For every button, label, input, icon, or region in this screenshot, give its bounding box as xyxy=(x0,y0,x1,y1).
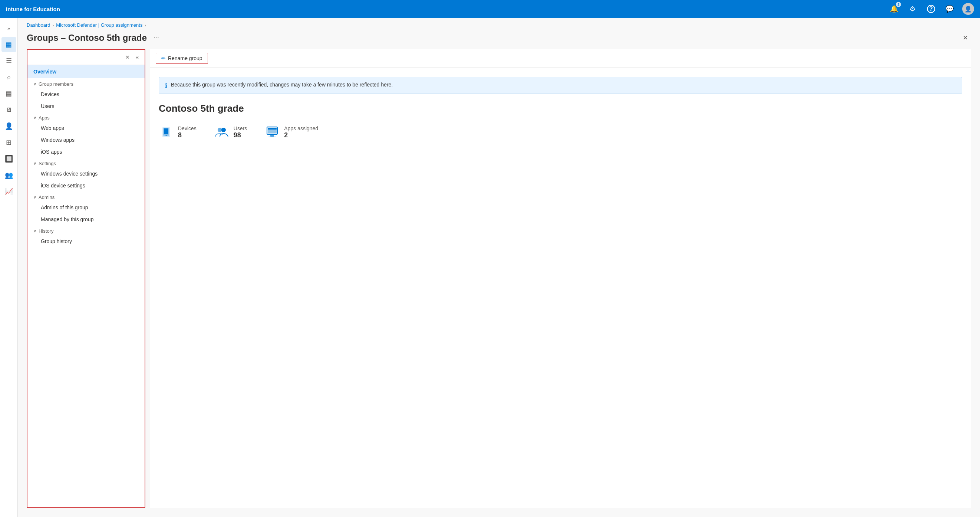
page-header: Groups – Contoso 5th grade ··· ✕ xyxy=(27,29,971,49)
nav-section-history[interactable]: ∨ History xyxy=(27,225,145,235)
notification-button[interactable]: 🔔 2 xyxy=(888,3,900,15)
svg-rect-11 xyxy=(269,137,276,137)
phone-icon-svg xyxy=(159,126,173,139)
chevron-right-icon: » xyxy=(7,26,10,31)
nav-child-ios-device-settings[interactable]: iOS device settings xyxy=(27,180,145,191)
nav-child-managed-by-this-group[interactable]: Managed by this group xyxy=(27,214,145,225)
chevron-down-icon-5: ∨ xyxy=(33,229,37,233)
section-label-admins: Admins xyxy=(38,195,54,200)
panel-controls: ✕ « xyxy=(27,50,145,65)
content-area: Dashboard › Microsoft Defender | Group a… xyxy=(18,18,980,517)
nav-section-group-members[interactable]: ∨ Group members xyxy=(27,78,145,88)
nav-section-settings[interactable]: ∨ Settings xyxy=(27,158,145,168)
breadcrumb: Dashboard › Microsoft Defender | Group a… xyxy=(27,18,971,29)
nav-child-users[interactable]: Users xyxy=(27,100,145,112)
topbar-icons: 🔔 2 ⚙ ? 💬 👤 xyxy=(888,3,974,15)
sidebar-item-dashboard[interactable]: ▦ xyxy=(2,37,16,52)
chevron-down-icon-2: ∨ xyxy=(33,115,37,120)
sidebar-item-settings[interactable]: 🔲 xyxy=(2,152,16,166)
admin-icon: 👥 xyxy=(5,171,13,179)
feedback-icon: 💬 xyxy=(945,5,954,13)
nav-section-admins[interactable]: ∨ Admins xyxy=(27,191,145,201)
users-stat-value: 98 xyxy=(234,131,247,139)
info-icon: ℹ xyxy=(165,82,167,89)
sidebar-expand-btn[interactable]: » xyxy=(2,21,16,36)
list-icon: ☰ xyxy=(6,57,12,65)
apps-stat-icon xyxy=(265,125,280,140)
main-content: ℹ Because this group was recently modifi… xyxy=(150,68,971,508)
icon-sidebar: » ▦ ☰ ⌕ ▤ 🖥 👤 ⊞ 🔲 👥 📈 xyxy=(0,18,18,517)
apps-stat-details: Apps assigned 2 xyxy=(284,126,318,139)
toolbar: ✏ Rename group xyxy=(150,49,971,68)
sidebar-item-apps[interactable]: ⊞ xyxy=(2,135,16,150)
users-stat-label: Users xyxy=(234,126,247,131)
svg-rect-2 xyxy=(164,128,168,134)
nav-child-devices[interactable]: Devices xyxy=(27,88,145,100)
left-nav-panel: ✕ « Overview ∨ Group members Devices Use… xyxy=(27,49,145,508)
chevron-down-icon: ∨ xyxy=(33,81,37,86)
breadcrumb-dashboard[interactable]: Dashboard xyxy=(27,22,51,28)
section-label-settings: Settings xyxy=(38,161,56,166)
dashboard-icon: ▦ xyxy=(6,40,12,49)
sidebar-item-users[interactable]: 👤 xyxy=(2,119,16,134)
sidebar-item-analytics[interactable]: 📈 xyxy=(2,184,16,199)
nav-child-group-history[interactable]: Group history xyxy=(27,235,145,247)
app-title: Intune for Education xyxy=(6,6,888,12)
nav-child-admins-of-this-group[interactable]: Admins of this group xyxy=(27,201,145,214)
users-icon-svg xyxy=(215,126,229,139)
help-button[interactable]: ? xyxy=(925,3,937,15)
breadcrumb-sep-1: › xyxy=(52,23,54,27)
devices-stat-label: Devices xyxy=(178,126,197,131)
sidebar-item-list[interactable]: ☰ xyxy=(2,53,16,68)
section-label-group-members: Group members xyxy=(38,81,73,87)
sidebar-item-admin[interactable]: 👥 xyxy=(2,168,16,183)
close-button[interactable]: ✕ xyxy=(959,32,971,43)
main-layout: » ▦ ☰ ⌕ ▤ 🖥 👤 ⊞ 🔲 👥 📈 xyxy=(0,18,980,517)
devices-icon: 🖥 xyxy=(6,107,12,113)
svg-rect-9 xyxy=(268,128,277,129)
right-content-panel: ✏ Rename group ℹ Because this group was … xyxy=(150,49,971,508)
info-banner: ℹ Because this group was recently modifi… xyxy=(159,77,962,94)
pencil-icon: ✏ xyxy=(161,55,166,61)
svg-rect-10 xyxy=(270,135,274,137)
info-banner-text: Because this group was recently modified… xyxy=(171,81,393,88)
apps-icon: ⊞ xyxy=(6,139,11,147)
nav-item-overview[interactable]: Overview xyxy=(27,65,145,78)
nav-child-ios-apps[interactable]: iOS apps xyxy=(27,146,145,158)
section-label-history: History xyxy=(38,228,53,234)
sidebar-item-groups[interactable]: ▤ xyxy=(2,86,16,101)
stat-users: Users 98 xyxy=(214,125,247,140)
nav-section-apps[interactable]: ∨ Apps xyxy=(27,112,145,122)
settings-button[interactable]: ⚙ xyxy=(907,3,918,15)
collapse-panel-button[interactable]: « xyxy=(134,53,140,62)
close-panel-button[interactable]: ✕ xyxy=(124,53,131,62)
devices-stat-value: 8 xyxy=(178,131,197,139)
topbar: Intune for Education 🔔 2 ⚙ ? 💬 👤 xyxy=(0,0,980,18)
analytics-icon: 📈 xyxy=(5,187,13,196)
sidebar-item-devices[interactable]: 🖥 xyxy=(2,102,16,117)
users-stat-details: Users 98 xyxy=(234,126,247,139)
users-stat-icon xyxy=(214,125,229,140)
groups-icon: ▤ xyxy=(6,89,12,97)
nav-child-web-apps[interactable]: Web apps xyxy=(27,122,145,134)
nav-child-windows-apps[interactable]: Windows apps xyxy=(27,134,145,146)
more-button[interactable]: ··· xyxy=(151,32,162,43)
settings-icon: 🔲 xyxy=(5,155,13,163)
page-title: Groups – Contoso 5th grade xyxy=(27,33,147,43)
stat-devices: Devices 8 xyxy=(159,125,197,140)
section-label-apps: Apps xyxy=(38,115,50,121)
stat-apps: Apps assigned 2 xyxy=(265,125,318,140)
stats-row: Devices 8 xyxy=(159,125,962,140)
apps-stat-value: 2 xyxy=(284,131,318,139)
group-name-heading: Contoso 5th grade xyxy=(159,103,962,114)
help-icon: ? xyxy=(927,5,935,13)
rename-group-button[interactable]: ✏ Rename group xyxy=(156,53,208,64)
nav-child-windows-device-settings[interactable]: Windows device settings xyxy=(27,168,145,180)
avatar[interactable]: 👤 xyxy=(962,3,974,15)
users-icon: 👤 xyxy=(5,122,13,130)
apps-icon-svg xyxy=(266,126,279,139)
feedback-button[interactable]: 💬 xyxy=(943,3,956,15)
overview-label: Overview xyxy=(33,69,56,75)
breadcrumb-defender[interactable]: Microsoft Defender | Group assignments xyxy=(56,22,142,28)
sidebar-item-search[interactable]: ⌕ xyxy=(2,70,16,85)
